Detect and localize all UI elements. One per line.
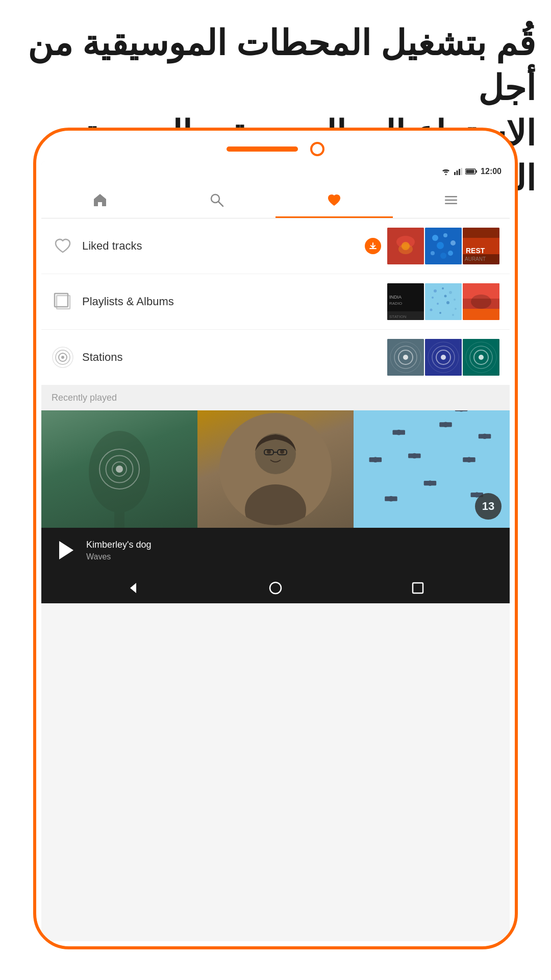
svg-rect-51: [463, 309, 499, 320]
player-track: Waves: [86, 552, 499, 561]
recently-played-label: Recently played: [52, 393, 117, 403]
svg-point-52: [471, 295, 491, 309]
recently-played-section: 13: [41, 410, 510, 528]
svg-rect-28: [463, 254, 499, 264]
phone-screen: 12:00: [41, 161, 510, 941]
liked-tracks-item[interactable]: Liked tracks: [41, 218, 510, 274]
svg-point-42: [454, 299, 456, 301]
liked-tracks-icon: [52, 235, 74, 257]
station-thumb-3: [463, 339, 499, 376]
recently-card-3[interactable]: 13: [354, 410, 510, 528]
recently-card-2[interactable]: [197, 410, 354, 528]
player-info: Kimberley's dog Waves: [86, 540, 499, 561]
nav-search[interactable]: [159, 182, 276, 218]
liked-tracks-label: Liked tracks: [82, 239, 365, 253]
back-button[interactable]: [124, 579, 142, 597]
header-line1: قُم بتشغيل المحطات الموسيقية من أجل: [15, 20, 536, 111]
wifi-icon: [441, 168, 451, 175]
playlist-thumb-1: INDIA RADIO STATION: [387, 283, 424, 320]
nav-menu[interactable]: [393, 182, 510, 218]
stations-label: Stations: [82, 351, 387, 364]
recently-played-header: Recently played: [41, 385, 510, 410]
player-bar[interactable]: Kimberley's dog Waves: [41, 528, 510, 573]
album-thumb-1: [387, 228, 424, 264]
svg-point-47: [439, 312, 441, 314]
download-icon: [369, 242, 377, 250]
svg-point-40: [432, 297, 434, 299]
stations-item[interactable]: Stations: [41, 330, 510, 385]
station-thumb-1: [387, 339, 424, 376]
svg-point-63: [441, 355, 446, 360]
liked-tracks-thumbs: REST AURANT: [387, 228, 499, 264]
signal-icon: [454, 168, 462, 175]
svg-point-48: [452, 314, 454, 316]
svg-text:INDIA: INDIA: [389, 295, 402, 300]
recents-button[interactable]: [409, 579, 427, 597]
svg-rect-0: [454, 172, 456, 175]
phone-speaker: [227, 146, 298, 152]
svg-text:STATION: STATION: [389, 314, 407, 319]
svg-line-8: [218, 202, 223, 206]
svg-rect-9: [445, 196, 457, 198]
svg-rect-11: [445, 203, 457, 204]
svg-point-22: [431, 251, 435, 255]
svg-rect-1: [457, 170, 458, 175]
svg-point-21: [448, 251, 453, 256]
heart-nav-icon: [326, 192, 342, 208]
svg-point-44: [446, 301, 449, 304]
svg-point-46: [430, 309, 433, 311]
album-thumb-3: REST AURANT: [463, 228, 499, 264]
svg-point-68: [479, 355, 484, 360]
nav-likes[interactable]: [276, 182, 393, 218]
content-area: Liked tracks: [41, 218, 510, 528]
svg-rect-93: [479, 434, 491, 438]
nav-bar: [41, 182, 510, 218]
playlists-icon: [52, 290, 74, 313]
svg-point-17: [432, 235, 438, 241]
stations-icon-container: [52, 346, 74, 369]
playlists-thumbs: INDIA RADIO STATION: [387, 283, 499, 320]
status-time: 12:00: [481, 167, 502, 176]
play-triangle-icon: [59, 541, 73, 559]
svg-point-23: [440, 253, 446, 259]
back-icon: [126, 581, 140, 595]
svg-rect-2: [459, 169, 460, 175]
battery-icon: [465, 168, 478, 175]
svg-rect-95: [369, 457, 382, 462]
player-artist: Kimberley's dog: [86, 540, 499, 550]
svg-point-73: [89, 431, 150, 512]
artist-portrait: [219, 413, 332, 525]
svg-point-20: [437, 242, 444, 249]
svg-marker-107: [130, 583, 136, 593]
artist-avatar: [219, 413, 332, 525]
recently-card-1[interactable]: [41, 410, 197, 528]
stations-radio-icon: [52, 346, 74, 369]
svg-point-58: [403, 355, 408, 360]
svg-point-37: [434, 289, 437, 292]
svg-point-45: [455, 308, 457, 310]
playlists-albums-item[interactable]: Playlists & Albums INDIA RADIO STATION: [41, 274, 510, 330]
svg-rect-10: [445, 199, 457, 201]
svg-rect-5: [476, 170, 478, 173]
svg-rect-97: [408, 453, 420, 458]
album-thumb-2: [425, 228, 462, 264]
svg-point-43: [437, 303, 439, 305]
svg-rect-27: [463, 228, 499, 238]
svg-point-108: [270, 582, 281, 594]
svg-rect-91: [439, 422, 452, 427]
phone-frame: 12:00: [33, 128, 518, 949]
stations-thumbs: [387, 339, 499, 376]
svg-point-77: [267, 450, 271, 454]
system-nav: [41, 573, 510, 603]
count-badge: 13: [475, 493, 502, 520]
home-sys-icon: [268, 581, 283, 595]
station-thumb-2: [425, 339, 462, 376]
svg-rect-109: [413, 583, 423, 593]
svg-point-38: [442, 287, 444, 289]
home-button[interactable]: [266, 579, 285, 597]
badge-number: 13: [482, 500, 494, 513]
nav-home[interactable]: [41, 182, 159, 218]
playlists-label: Playlists & Albums: [82, 295, 387, 308]
svg-rect-89: [393, 430, 405, 435]
play-button[interactable]: [52, 537, 78, 564]
